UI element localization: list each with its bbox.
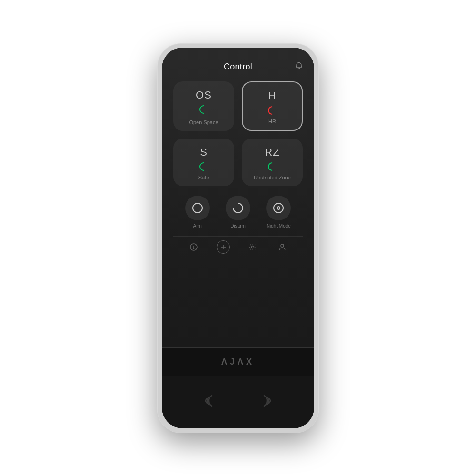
zone-card-hr[interactable]: H HR: [242, 81, 303, 131]
zone-indicator-safe: [198, 160, 209, 172]
zone-abbr-os: OS: [196, 89, 212, 101]
ajax-logo: ΛJΛX: [221, 357, 255, 367]
nightmode-inner-icon: [277, 206, 280, 210]
zone-name-hr: HR: [268, 119, 276, 124]
arm-button[interactable]: Arm: [185, 196, 210, 228]
zone-name-rz: Restricted Zone: [254, 175, 291, 180]
zone-indicator-os: [198, 103, 209, 115]
nav-settings-icon[interactable]: [246, 240, 259, 254]
svg-point-5: [252, 246, 254, 248]
nav-profile-icon[interactable]: [276, 240, 289, 254]
nfc-left-wave: [201, 393, 218, 412]
nfc-area: [162, 376, 314, 428]
zone-indicator-rz: [266, 160, 278, 172]
device-inner: Control OS Open Space H: [162, 48, 314, 428]
screen: Control OS Open Space H: [162, 48, 314, 347]
disarm-label: Disarm: [230, 223, 246, 228]
disarm-icon: [230, 200, 245, 215]
zone-abbr-safe: S: [200, 146, 208, 159]
arm-label: Arm: [193, 223, 201, 228]
svg-point-6: [281, 244, 284, 247]
action-row: Arm Disarm Night Mode: [173, 196, 303, 228]
header: Control: [173, 62, 303, 72]
page-title: Control: [224, 62, 252, 72]
nightmode-icon: [273, 203, 284, 213]
bell-icon[interactable]: [295, 62, 303, 71]
disarm-icon-circle: [226, 196, 250, 220]
svg-point-2: [194, 248, 194, 249]
arm-icon: [192, 203, 203, 213]
nfc-right-wave: [258, 393, 275, 412]
zone-name-os: Open Space: [189, 119, 218, 125]
device-outer: Control OS Open Space H: [157, 43, 319, 433]
zone-name-safe: Safe: [198, 175, 209, 180]
zone-abbr-hr: H: [268, 90, 277, 102]
zone-card-rz[interactable]: RZ Restricted Zone: [242, 139, 303, 186]
zone-card-open-space[interactable]: OS Open Space: [173, 81, 234, 131]
arm-icon-circle: [185, 196, 210, 220]
nav-bar: [173, 236, 303, 258]
nightmode-label: Night Mode: [267, 223, 291, 228]
zone-card-safe[interactable]: S Safe: [173, 139, 234, 186]
camera-dot: [237, 53, 239, 56]
nightmode-icon-circle: [266, 196, 291, 220]
ajax-strip: ΛJΛX: [162, 347, 314, 376]
zone-abbr-rz: RZ: [265, 146, 279, 159]
zone-indicator-hr: [266, 104, 278, 116]
disarm-button[interactable]: Disarm: [226, 196, 250, 228]
zones-grid: OS Open Space H HR S Safe: [173, 81, 303, 186]
night-mode-button[interactable]: Night Mode: [266, 196, 291, 228]
nav-alerts-icon[interactable]: [187, 240, 200, 254]
nav-add-icon[interactable]: [217, 240, 230, 254]
